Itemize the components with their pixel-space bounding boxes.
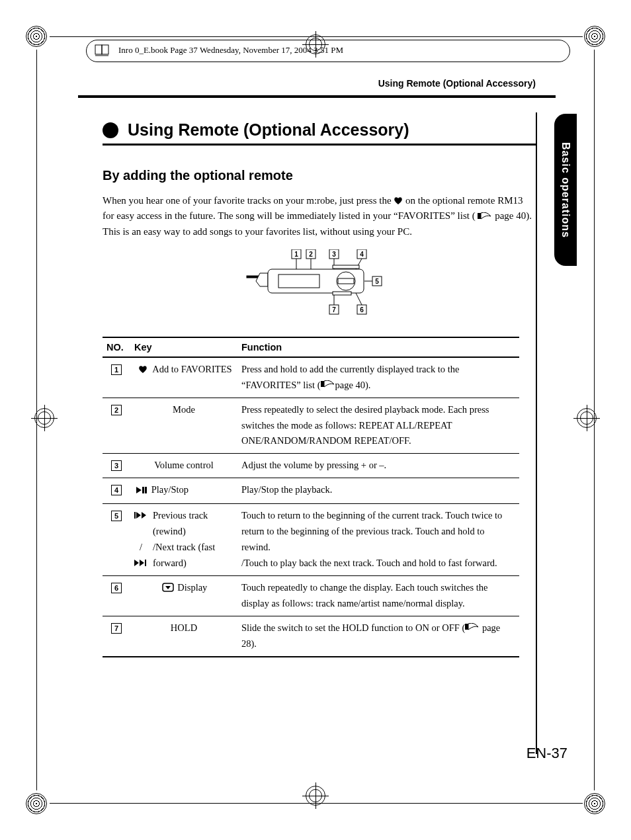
callout-label: 1 — [294, 251, 298, 258]
svg-marker-31 — [136, 512, 141, 519]
intro-paragraph: When you hear one of your favorite track… — [103, 193, 536, 239]
key-function: Adjust the volume by pressing + or –. — [237, 454, 519, 478]
registration-mark — [25, 25, 48, 48]
section-heading-text: Using Remote (Optional Accessory) — [128, 120, 409, 140]
key-number: 5 — [103, 504, 130, 576]
key-number: 7 — [103, 616, 130, 656]
remote-illustration: 1 2 3 4 5 6 7 — [233, 249, 405, 322]
svg-rect-38 — [465, 624, 468, 630]
svg-rect-0 — [95, 45, 102, 54]
svg-rect-26 — [321, 381, 324, 387]
key-name: Mode — [130, 398, 237, 454]
svg-rect-29 — [145, 487, 147, 493]
table-row: 6 DisplayTouch repeatedly to change the … — [103, 575, 519, 616]
book-icon — [93, 43, 112, 58]
svg-marker-37 — [165, 586, 171, 589]
svg-marker-19 — [256, 273, 268, 286]
svg-rect-24 — [338, 278, 354, 284]
remote-key-table: NO. Key Function 1 Add to FAVORITESPress… — [103, 337, 519, 657]
svg-marker-33 — [134, 560, 139, 566]
page-ref-icon — [465, 622, 480, 633]
key-function: Press repeatedly to select the desired p… — [237, 398, 519, 454]
callout-label: 2 — [309, 251, 313, 258]
framemaker-header-text: Inro 0_E.book Page 37 Wednesday, Novembe… — [118, 45, 343, 56]
key-number: 6 — [103, 575, 130, 616]
key-function: Touch to return to the beginning of the … — [237, 504, 519, 576]
frame-line — [50, 36, 583, 37]
svg-marker-34 — [140, 560, 144, 566]
svg-rect-25 — [333, 292, 351, 295]
page-body: Using Remote (Optional Accessory) By add… — [103, 112, 537, 754]
page-ref-icon — [321, 380, 335, 390]
callout-label: 4 — [360, 251, 364, 258]
registration-mark — [583, 25, 606, 48]
col-key: Key — [130, 337, 237, 357]
section-tab-label: Basic operations — [560, 142, 571, 238]
key-name: Volume control — [130, 454, 237, 478]
svg-rect-35 — [145, 560, 146, 566]
callout-label: 7 — [332, 306, 336, 314]
callout-label: 3 — [332, 251, 336, 258]
section-rule — [103, 144, 536, 146]
prev-track-icon — [134, 508, 147, 540]
key-number: 1 — [103, 357, 130, 398]
key-name: Previous track (rewind)/ /Next track (fa… — [130, 504, 237, 576]
svg-rect-22 — [278, 274, 319, 288]
table-row: 4 Play/StopPlay/Stop the playback. — [103, 478, 519, 504]
svg-marker-27 — [136, 487, 142, 493]
table-row: 2ModePress repeatedly to select the desi… — [103, 398, 519, 454]
key-number: 2 — [103, 398, 130, 454]
table-row: 7HOLDSlide the switch to set the HOLD fu… — [103, 616, 519, 656]
registration-mark — [583, 792, 606, 815]
table-row: 1 Add to FAVORITESPress and hold to add … — [103, 357, 519, 398]
key-name: Display — [130, 575, 237, 616]
display-icon — [161, 581, 175, 597]
frame-line — [50, 803, 583, 804]
col-no: NO. — [103, 337, 130, 357]
table-row: 5Previous track (rewind)/ /Next track (f… — [103, 504, 519, 576]
callout-label: 6 — [360, 306, 364, 314]
svg-rect-30 — [134, 512, 136, 519]
page-number: EN-37 — [526, 745, 568, 762]
frame-line — [36, 50, 37, 790]
heart-icon — [394, 196, 403, 205]
svg-line-16 — [356, 293, 362, 305]
intro-part-a: When you hear one of your favorite track… — [103, 195, 394, 206]
key-function: Play/Stop the playback. — [237, 478, 519, 504]
playpause-icon — [134, 483, 149, 499]
key-number: 4 — [103, 478, 130, 504]
bullet-icon — [103, 122, 118, 138]
table-row: 3Volume controlAdjust the volume by pres… — [103, 454, 519, 478]
running-head: Using Remote (Optional Accessory) — [103, 78, 536, 93]
svg-rect-3 — [478, 213, 481, 219]
key-name: Play/Stop — [130, 478, 237, 504]
svg-marker-32 — [142, 512, 146, 519]
svg-rect-1 — [102, 45, 108, 54]
page-ref-icon — [478, 212, 492, 220]
running-head-rule — [78, 95, 556, 98]
key-function: Press and hold to add the currently disp… — [237, 357, 519, 398]
key-function: Touch repeatedly to change the display. … — [237, 575, 519, 616]
key-function: Slide the switch to set the HOLD functio… — [237, 616, 519, 656]
section-tab: Basic operations — [554, 114, 577, 266]
section-heading: Using Remote (Optional Accessory) — [103, 120, 536, 140]
heart-icon — [136, 363, 150, 379]
registration-mark — [25, 792, 48, 815]
next-track-icon: / — [134, 540, 147, 571]
callout-label: 5 — [375, 278, 379, 285]
frame-line — [594, 50, 595, 790]
key-name: HOLD — [130, 616, 237, 656]
framemaker-header: Inro 0_E.book Page 37 Wednesday, Novembe… — [86, 40, 570, 62]
key-name: Add to FAVORITES — [130, 357, 237, 398]
svg-rect-21 — [333, 265, 359, 269]
col-fn: Function — [237, 337, 519, 357]
key-number: 3 — [103, 454, 130, 478]
sub-heading: By adding the optional remote — [103, 168, 536, 183]
svg-rect-28 — [142, 487, 144, 493]
